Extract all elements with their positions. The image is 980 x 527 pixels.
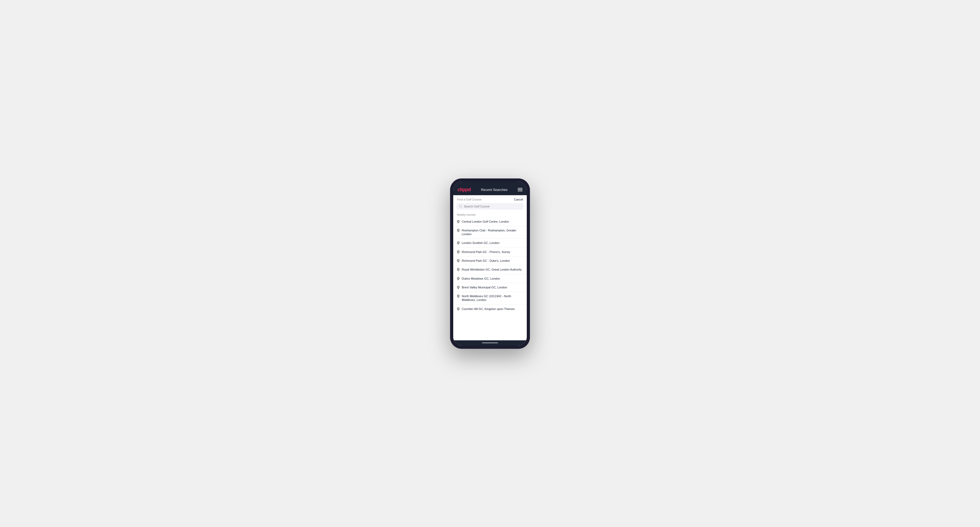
location-pin-icon: [457, 286, 460, 289]
status-bar: [453, 182, 527, 185]
course-list-item[interactable]: Dukes Meadows GC, London: [453, 274, 527, 283]
course-name: Richmond Park GC - Prince's, Surrey: [462, 250, 510, 254]
hamburger-line-3: [518, 190, 522, 191]
course-name: North Middlesex GC (1011942 - North Midd…: [462, 294, 523, 302]
location-pin-icon: [457, 241, 460, 245]
course-list-item[interactable]: Roehampton Club - Roehampton, Greater Lo…: [453, 226, 527, 239]
course-list-item[interactable]: London Scottish GC, London: [453, 239, 527, 248]
find-header: Find a Golf Course Cancel: [453, 195, 527, 203]
hamburger-menu-icon[interactable]: [518, 188, 522, 191]
search-icon: [459, 205, 462, 208]
home-bar: [482, 343, 498, 343]
course-name: Royal Wimbledon GC, Great London Authori…: [462, 268, 522, 271]
location-pin-icon: [457, 277, 460, 280]
location-pin-icon: [457, 229, 460, 232]
find-golf-course-label: Find a Golf Course: [457, 198, 482, 201]
nearby-courses-section: Nearby courses Central London Golf Centr…: [453, 212, 527, 340]
location-pin-icon: [457, 259, 460, 263]
course-list-item[interactable]: Richmond Park GC - Prince's, Surrey: [453, 248, 527, 256]
course-name: Dukes Meadows GC, London: [462, 277, 500, 280]
nearby-label: Nearby courses: [453, 212, 527, 217]
svg-line-1: [461, 206, 462, 208]
location-pin-icon: [457, 250, 460, 254]
location-pin-icon: [457, 268, 460, 271]
course-list-item[interactable]: Coombe Hill GC, Kingston upon Thames: [453, 305, 527, 313]
main-content: Find a Golf Course Cancel Nearby courses…: [453, 195, 527, 340]
location-pin-icon: [457, 295, 460, 298]
course-list-item[interactable]: Royal Wimbledon GC, Great London Authori…: [453, 265, 527, 274]
home-indicator: [453, 340, 527, 346]
course-name: Richmond Park GC - Duke's, London: [462, 259, 510, 263]
phone-screen: clippd Recent Searches Find a Golf Cours…: [453, 182, 527, 346]
course-list-item[interactable]: Brent Valley Municipal GC, London: [453, 283, 527, 292]
course-name: Roehampton Club - Roehampton, Greater Lo…: [462, 229, 523, 236]
course-name: Central London Golf Centre, London: [462, 220, 509, 224]
location-pin-icon: [457, 220, 460, 224]
course-list-item[interactable]: North Middlesex GC (1011942 - North Midd…: [453, 292, 527, 305]
phone-device: clippd Recent Searches Find a Golf Cours…: [450, 178, 530, 349]
course-name: Brent Valley Municipal GC, London: [462, 286, 507, 289]
nav-bar: clippd Recent Searches: [453, 185, 527, 195]
course-name: London Scottish GC, London: [462, 241, 500, 245]
course-list-item[interactable]: Central London Golf Centre, London: [453, 217, 527, 226]
nav-title: Recent Searches: [481, 188, 508, 192]
search-input[interactable]: [464, 205, 521, 208]
cancel-button[interactable]: Cancel: [514, 198, 523, 201]
course-name: Coombe Hill GC, Kingston upon Thames: [462, 307, 515, 311]
search-container: [453, 203, 527, 212]
hamburger-line-1: [518, 188, 522, 189]
hamburger-line-2: [518, 189, 522, 190]
search-box: [457, 203, 523, 210]
app-logo: clippd: [458, 187, 471, 192]
course-list-item[interactable]: Richmond Park GC - Duke's, London: [453, 256, 527, 265]
course-list: Central London Golf Centre, London Roeha…: [453, 217, 527, 313]
location-pin-icon: [457, 307, 460, 311]
